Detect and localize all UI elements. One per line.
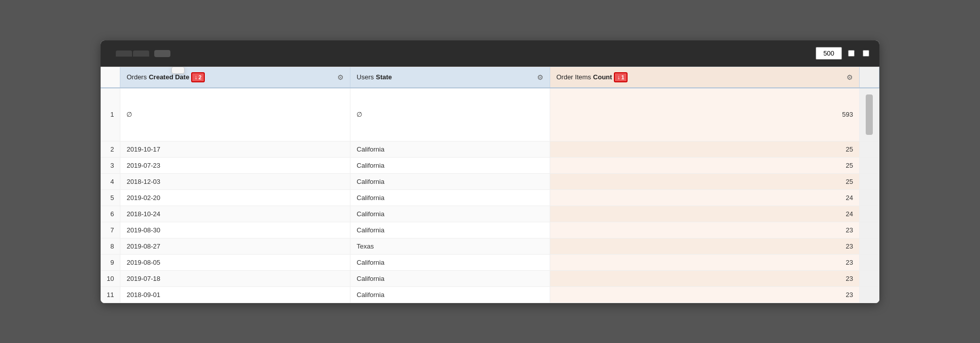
scrollbar-cell	[859, 189, 879, 206]
cell-state: California	[350, 157, 550, 173]
scrollbar-cell	[859, 254, 879, 270]
cell-date: 2019-10-17	[120, 141, 350, 157]
table-row: 1 ∅ ∅ 593	[101, 88, 879, 141]
scrollbar-cell	[859, 286, 879, 303]
sort-tooltip	[171, 67, 185, 74]
toolbar	[101, 40, 879, 67]
gear-icon-date[interactable]: ⚙	[337, 73, 344, 81]
totals-checkbox-group[interactable]	[848, 50, 857, 57]
cell-state: California	[350, 141, 550, 157]
table-row: 6 2018-10-24 California 24	[101, 206, 879, 222]
th-state-bold: State	[376, 73, 392, 81]
scrollbar-cell	[859, 157, 879, 173]
cell-state: California	[350, 222, 550, 238]
row-number: 5	[101, 189, 120, 206]
cell-count: 593	[550, 88, 860, 141]
gear-icon-count[interactable]: ⚙	[847, 73, 853, 81]
scrollbar-cell	[859, 238, 879, 254]
gear-icon-state[interactable]: ⚙	[537, 73, 544, 81]
table-row: 5 2019-02-20 California 24	[101, 189, 879, 206]
table-body: 1 ∅ ∅ 593 2 2019-10-17 California 25 3 2…	[101, 88, 879, 303]
totals-checkbox[interactable]	[848, 50, 855, 57]
tab-sql[interactable]	[133, 51, 149, 57]
col-header-created-date: Orders Created Date ↓ 2 ⚙	[120, 67, 350, 88]
cell-count: 23	[550, 238, 860, 254]
cell-state: California	[350, 270, 550, 286]
sort-badge-date[interactable]: ↓ 2	[191, 72, 204, 82]
data-table: Orders Created Date ↓ 2 ⚙	[101, 67, 879, 303]
table-row: 4 2018-12-03 California 25	[101, 173, 879, 189]
th-count-normal: Order Items	[556, 73, 591, 81]
main-window: Orders Created Date ↓ 2 ⚙	[101, 40, 879, 303]
sort-arrow-count: ↓	[617, 74, 620, 81]
table-row: 8 2019-08-27 Texas 23	[101, 238, 879, 254]
table-row: 10 2019-07-18 California 23	[101, 270, 879, 286]
cell-count: 24	[550, 206, 860, 222]
sort-arrow-date: ↓	[194, 74, 197, 81]
scrollbar-cell	[859, 270, 879, 286]
cell-count: 25	[550, 157, 860, 173]
table-container: Orders Created Date ↓ 2 ⚙	[101, 67, 879, 303]
scrollbar-cell	[859, 88, 879, 141]
th-label-count: Order Items Count ↓ 1	[556, 72, 627, 82]
row-number: 1	[101, 88, 120, 141]
cell-count: 25	[550, 141, 860, 157]
row-number: 10	[101, 270, 120, 286]
add-calculation-button[interactable]	[154, 50, 170, 57]
cell-date: 2019-02-20	[120, 189, 350, 206]
cell-date: 2019-08-05	[120, 254, 350, 270]
cell-date: 2019-08-27	[120, 238, 350, 254]
cell-state: Texas	[350, 238, 550, 254]
scrollbar-cell	[859, 206, 879, 222]
cell-date: ∅	[120, 88, 350, 141]
table-row: 7 2019-08-30 California 23	[101, 222, 879, 238]
table-row: 11 2018-09-01 California 23	[101, 286, 879, 303]
col-header-state: Users State ⚙	[350, 67, 550, 88]
toolbar-tabs	[116, 51, 150, 57]
row-number: 2	[101, 141, 120, 157]
cell-state: California	[350, 286, 550, 303]
cell-date: 2018-12-03	[120, 173, 350, 189]
cell-date: 2019-07-18	[120, 270, 350, 286]
table-header-row: Orders Created Date ↓ 2 ⚙	[101, 67, 879, 88]
row-number: 8	[101, 238, 120, 254]
row-number: 3	[101, 157, 120, 173]
sort-num-count: 1	[621, 74, 624, 80]
cell-date: 2019-08-30	[120, 222, 350, 238]
table-row: 2 2019-10-17 California 25	[101, 141, 879, 157]
th-label-state: Users State	[357, 73, 392, 81]
cell-count: 23	[550, 270, 860, 286]
subtotals-checkbox-group[interactable]	[863, 50, 871, 57]
cell-date: 2019-07-23	[120, 157, 350, 173]
th-date-normal: Orders	[126, 73, 147, 81]
scrollbar-cell	[859, 141, 879, 157]
cell-count: 23	[550, 254, 860, 270]
cell-count: 23	[550, 286, 860, 303]
row-num-header	[101, 67, 120, 88]
scrollbar-cell	[859, 173, 879, 189]
tab-dimensions[interactable]	[116, 51, 132, 57]
th-label-date: Orders Created Date ↓ 2	[126, 72, 204, 82]
cell-count: 24	[550, 189, 860, 206]
toolbar-left	[109, 50, 170, 57]
sort-badge-count[interactable]: ↓ 1	[614, 72, 627, 82]
row-number: 6	[101, 206, 120, 222]
row-number: 9	[101, 254, 120, 270]
cell-state: California	[350, 254, 550, 270]
cell-state: California	[350, 189, 550, 206]
row-number: 11	[101, 286, 120, 303]
subtotals-checkbox[interactable]	[863, 50, 869, 57]
table-row: 9 2019-08-05 California 23	[101, 254, 879, 270]
cell-date: 2018-10-24	[120, 206, 350, 222]
scrollbar-header	[859, 67, 879, 88]
th-state-normal: Users	[357, 73, 374, 81]
scrollbar-cell	[859, 222, 879, 238]
th-date-bold: Created Date	[149, 73, 189, 81]
sort-num-date: 2	[198, 74, 201, 80]
cell-state: California	[350, 206, 550, 222]
th-count-bold: Count	[593, 73, 612, 81]
cell-count: 23	[550, 222, 860, 238]
cell-state: California	[350, 173, 550, 189]
col-header-count: Order Items Count ↓ 1 ⚙	[550, 67, 860, 88]
row-limit-input[interactable]	[816, 47, 842, 60]
